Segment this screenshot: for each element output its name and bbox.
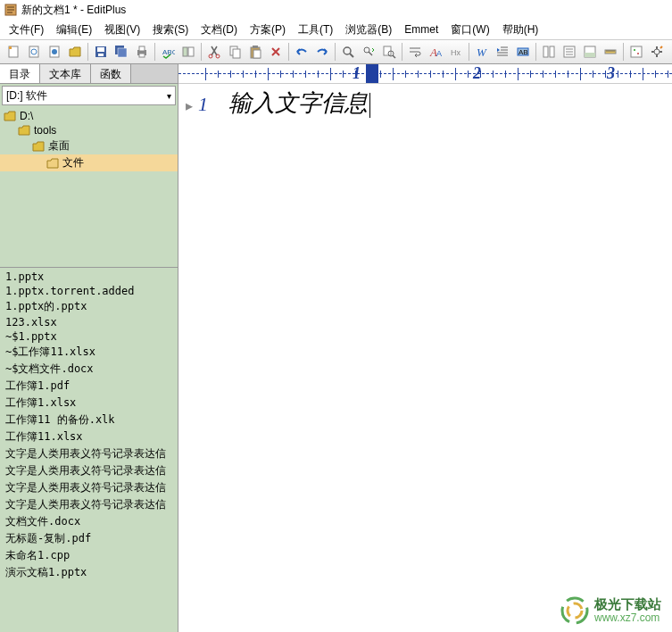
new-browser-icon[interactable] [45,42,64,62]
dropdown-arrow-icon: ▾ [167,91,171,101]
svg-rect-13 [139,54,145,57]
line-text[interactable]: 输入文字信息 [216,87,370,119]
svg-rect-16 [188,47,194,56]
sidebar: 目录 文本库 函数 [D:] 软件 ▾ D:\tools桌面文件 1.pptx1… [0,64,178,632]
directory-icon[interactable] [178,42,198,62]
svg-rect-34 [543,46,548,57]
menu-search[interactable]: 搜索(S) [147,21,194,39]
ruler-tick [555,71,556,78]
ruler-tick [418,71,419,78]
watermark: 极光下载站 www.xz7.com [560,596,661,625]
menu-view[interactable]: 视图(V) [99,21,145,39]
font-icon[interactable]: AA [426,42,445,62]
ruler-tick [393,68,394,80]
find-in-files-icon[interactable] [379,42,399,62]
tree-item[interactable]: 桌面 [0,137,178,154]
find-icon[interactable] [338,42,358,62]
file-item[interactable]: 1.pptx [0,270,178,284]
column-icon[interactable] [539,42,559,62]
list-icon[interactable] [560,42,579,62]
file-item[interactable]: 1.pptx的.pptx [0,298,178,315]
menu-window[interactable]: 窗口(W) [445,21,494,39]
save-all-icon[interactable] [112,42,131,62]
svg-rect-12 [139,46,145,51]
file-item[interactable]: 无标题-复制.pdf [0,530,178,547]
delete-icon[interactable] [266,42,286,62]
save-icon[interactable] [91,42,111,62]
menu-browser[interactable]: 浏览器(B) [340,21,397,39]
select-icon[interactable]: AB [513,42,533,62]
toolbar-separator [469,43,469,61]
ruler-tick [530,71,531,78]
ruler-tick [318,71,319,78]
menu-help[interactable]: 帮助(H) [497,21,544,39]
panel-icon[interactable] [580,42,600,62]
svg-text:Hx: Hx [451,48,460,57]
file-item[interactable]: ~$工作簿11.xlsx [0,344,178,361]
folder-icon [4,111,16,121]
file-item[interactable]: 工作簿1.pdf [0,378,178,395]
svg-point-45 [568,603,582,618]
toolbar: ABC AA Hx W AB [0,39,672,64]
copy-icon[interactable] [225,42,245,62]
path-dropdown[interactable]: [D:] 软件 ▾ [2,86,176,105]
toolbar-separator [402,43,402,61]
watermark-url: www.xz7.com [594,612,661,624]
file-item[interactable]: 文档文件.docx [0,513,178,530]
tab-functions[interactable]: 函数 [91,64,131,83]
redo-icon[interactable] [312,42,332,62]
menu-tools[interactable]: 工具(T) [293,21,338,39]
tree-item[interactable]: 文件 [0,154,178,171]
ruler-tick [280,71,281,78]
wordwrap-icon[interactable] [405,42,425,62]
browser-view-icon[interactable]: W [472,42,492,62]
replace-icon[interactable] [359,42,378,62]
file-item[interactable]: 文字是人类用表义符号记录表达信 [0,445,178,462]
preferences-icon[interactable] [626,42,646,62]
file-item[interactable]: 123.xlsx [0,315,178,329]
file-item[interactable]: 工作簿11 的备份.xlk [0,412,178,428]
ruler-tick [218,71,219,78]
open-file-icon[interactable] [65,42,85,62]
new-html-icon[interactable] [24,42,44,62]
file-item[interactable]: 1.pptx.torrent.added [0,284,178,298]
file-item[interactable]: ~$文档文件.docx [0,361,178,378]
paste-icon[interactable] [245,42,265,62]
ruler-tick [593,71,593,78]
hex-icon[interactable]: Hx [446,42,466,62]
editor-area: 1 2 3 ▸ 1 输入文字信息 [178,64,672,632]
ruler-tick [468,71,469,78]
cut-icon[interactable] [204,42,224,62]
menu-project[interactable]: 方案(P) [245,21,291,39]
ruler-icon[interactable] [601,42,620,62]
spellcheck-icon[interactable]: ABC [158,42,178,62]
settings-icon[interactable] [647,42,667,62]
print-icon[interactable] [132,42,152,62]
file-item[interactable]: 演示文稿1.pptx [0,564,178,581]
file-item[interactable]: 工作簿11.xlsx [0,428,178,445]
menu-document[interactable]: 文档(D) [195,21,243,39]
menu-edit[interactable]: 编辑(E) [51,21,97,39]
editor-content[interactable]: ▸ 1 输入文字信息 [178,84,672,632]
undo-icon[interactable] [292,42,311,62]
file-item[interactable]: ~$1.pptx [0,329,178,344]
tab-textlib[interactable]: 文本库 [40,64,91,83]
new-file-icon[interactable] [4,42,23,62]
file-item[interactable]: 文字是人类用表义符号记录表达信 [0,496,178,513]
menu-emmet[interactable]: Emmet [399,21,444,37]
tree-item[interactable]: tools [0,123,178,137]
indent-icon[interactable] [493,42,512,62]
tree-item-label: 桌面 [48,138,70,154]
svg-point-24 [344,47,351,54]
file-item[interactable]: 工作簿1.xlsx [0,395,178,412]
file-item[interactable]: 文字是人类用表义符号记录表达信 [0,479,178,496]
tab-directory[interactable]: 目录 [0,64,40,83]
file-item[interactable]: 文字是人类用表义符号记录表达信 [0,462,178,479]
tree-item[interactable]: D:\ [0,109,178,123]
file-item[interactable]: 未命名1.cpp [0,547,178,564]
ruler-tick [518,68,519,80]
menu-file[interactable]: 文件(F) [4,21,49,39]
ruler-tick [305,71,306,78]
svg-point-42 [637,53,639,54]
ruler[interactable]: 1 2 3 [178,64,672,84]
